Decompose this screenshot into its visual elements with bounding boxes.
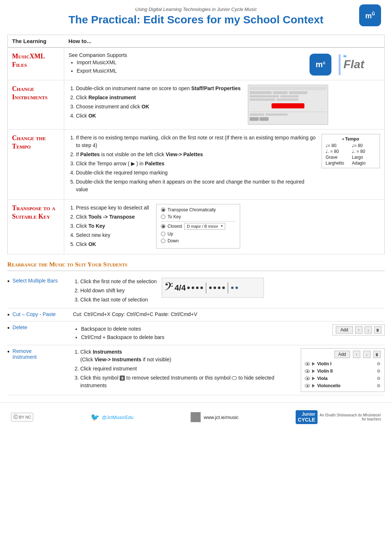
tempo-q80-1: ♩= 80 — [326, 143, 350, 148]
barline2 — [228, 282, 228, 293]
musescore-logo-icon: mû — [310, 54, 331, 76]
change-tempo-row: Change theTempo If there is no existing … — [8, 130, 385, 200]
add-panel-button[interactable]: Add — [334, 351, 350, 358]
instrument-screenshot — [248, 85, 328, 125]
select-multiple-steps: Click the first note of the selection Ho… — [73, 278, 157, 305]
note6 — [214, 286, 216, 289]
eye-icon-violoncello[interactable] — [305, 384, 310, 388]
change-instruments-label: ChangeInstruments — [12, 85, 47, 101]
note7 — [218, 286, 220, 289]
remove-instrument-label-text: RemoveInstrument — [12, 348, 36, 360]
tempo-panel: • Tempo ♩= 80 ♩= 80 ♩. = 80 ♩. = 80 Grav… — [322, 134, 380, 168]
ri-step2: Click required instrument — [80, 365, 301, 373]
add-button[interactable]: Add — [336, 326, 353, 334]
cut-copy-paste-content: Cut: Ctrl/Cmd+X Copy: Ctrl/Cmd+C Paste: … — [73, 311, 385, 318]
main-content-table: The Learning How to... MusicXMLFiles See… — [7, 35, 385, 254]
select-multiple-label-text: Select Multiple Bars — [12, 278, 58, 284]
ci-step4: Click OK — [76, 112, 241, 120]
instrument-row-violin2: Violin II ⚙ — [305, 368, 381, 375]
bullet-dot-select: • — [7, 278, 9, 285]
footer-left: Ⓒ BY NC — [11, 413, 33, 422]
note-dots-row — [187, 282, 238, 293]
rearrange-title: Rearrange the Music to Suit Your Student… — [7, 261, 385, 271]
header-subtitle: Using Digital Learning Technologies in J… — [7, 7, 385, 12]
jc-sub1: An tSraith Shóisearach do Mhúinteoirí — [320, 413, 381, 417]
down-arrow-button[interactable]: ↓ — [365, 326, 372, 334]
transpose-down-radio[interactable] — [161, 239, 165, 243]
gear-viola[interactable]: ⚙ — [377, 376, 381, 381]
play-viola[interactable] — [312, 377, 315, 380]
twitter-icon: 🐦 — [91, 413, 100, 422]
musicxml-logos: mû Flat — [310, 54, 380, 76]
jc-for-teachers: An tSraith Shóisearach do Mhúinteoirí fo… — [320, 413, 381, 421]
transpose-tokey-radio[interactable] — [161, 215, 165, 219]
delete-label-text: Delete — [12, 324, 27, 330]
gear-violin2[interactable]: ⚙ — [377, 369, 381, 374]
panel-trash-btn[interactable]: 🗑 — [373, 351, 381, 358]
bass-clef-symbol: 𝄢 — [164, 281, 173, 295]
transpose-step1: Press escape key to deselect all — [76, 204, 149, 212]
rearrange-section: Rearrange the Music to Suit Your Student… — [7, 261, 385, 395]
note3 — [196, 286, 199, 289]
transpose-chromatic-radio[interactable] — [161, 208, 165, 212]
footer: Ⓒ BY NC 🐦 @JctMusicEdu www.jct.ie/music … — [0, 403, 392, 429]
tempo-qd80-1: ♩. = 80 — [326, 149, 350, 154]
tempo-step3: Click the Tempo arrow ( ▶ ) in Palettes — [76, 160, 316, 168]
instrument-row-viola: Viola ⚙ — [305, 375, 381, 382]
remove-instrument-content: Click Instruments(Click View-> Instrumen… — [73, 348, 385, 392]
panel-down-btn[interactable]: ↓ — [363, 351, 370, 358]
cut-copy-paste-label-text: Cut – Copy - Paste — [12, 311, 55, 317]
sm-step3: Click the last note of selection — [80, 296, 157, 304]
transpose-step4: Select new key — [76, 231, 149, 239]
note8 — [222, 286, 225, 289]
jc-logo-cycle: CYCLE — [298, 417, 315, 423]
transpose-down-option: Down — [161, 238, 235, 243]
import-musicxml-item: Import MusicXML — [77, 59, 310, 66]
eye-icon-viola[interactable] — [305, 377, 310, 380]
play-violin2[interactable] — [312, 369, 315, 373]
gear-violoncello[interactable]: ⚙ — [377, 383, 381, 388]
musicxml-content: See Companion Supports Import MusicXML E… — [69, 52, 380, 76]
bullet-dot-cut: • — [7, 312, 9, 318]
transpose-chromatic-label: Transpose Chromatically — [168, 207, 216, 212]
select-multiple-list: Click the first note of the selection Ho… — [73, 278, 157, 304]
up-arrow-button[interactable]: ↑ — [355, 326, 362, 334]
bullet-dot-delete: • — [7, 325, 9, 331]
jc-logo-junior: Junior — [298, 412, 315, 417]
note2 — [192, 286, 194, 289]
trash-symbol-inline: 🗑 — [120, 376, 125, 381]
footer-website: www.jct.ie/music — [191, 412, 238, 422]
musicxml-row: MusicXMLFiles See Companion Supports Imp… — [8, 47, 385, 80]
gear-violin1[interactable]: ⚙ — [377, 361, 381, 366]
col-learning-header: The Learning — [8, 35, 64, 48]
note5 — [209, 286, 212, 289]
transpose-label: Transpose to aSuitable Key — [12, 204, 55, 220]
cc-by-nc: BY NC — [19, 415, 31, 419]
ci-step3: Choose instrument and click OK — [76, 103, 241, 111]
musicxml-text-block: See Companion Supports Import MusicXML E… — [69, 52, 310, 76]
trash-button[interactable]: 🗑 — [374, 326, 381, 334]
tempo-step1: If there is no existing tempo marking, c… — [76, 134, 316, 149]
transpose-tokey-option: To Key — [161, 214, 235, 219]
transpose-closest-radio[interactable] — [161, 224, 165, 228]
tempo-qd80-2: ♩. = 80 — [352, 149, 376, 154]
remove-instrument-row: • RemoveInstrument Click Instruments(Cli… — [7, 345, 385, 395]
transpose-up-radio[interactable] — [161, 232, 165, 236]
tempo-q80-2: ♩= 80 — [352, 143, 376, 148]
transpose-steps: Press escape key to deselect all Click T… — [69, 204, 149, 250]
transpose-key-dropdown[interactable]: D major / B minor — [184, 223, 225, 230]
eye-icon-violin2[interactable] — [305, 369, 310, 373]
ci-step1: Double-click on instrument name on score… — [76, 85, 241, 92]
cut-copy-paste-label-cell: • Cut – Copy - Paste — [7, 311, 73, 318]
change-tempo-label: Change theTempo — [12, 134, 46, 150]
play-violoncello[interactable] — [312, 384, 315, 388]
panel-up-btn[interactable]: ↑ — [353, 351, 360, 358]
transpose-step5: Click OK — [76, 241, 149, 248]
delete-bullet: • Delete — [7, 324, 69, 331]
delete-panel-area: Add ↑ ↓ 🗑 — [333, 324, 385, 335]
play-violin1[interactable] — [312, 362, 315, 366]
eye-icon-violin1[interactable] — [305, 362, 310, 366]
delete-step2: Ctrl/Cmd + Backspace to delete bars — [81, 334, 164, 341]
cut-copy-paste-text: Cut: Ctrl/Cmd+X Copy: Ctrl/Cmd+C Paste: … — [73, 311, 197, 317]
jc-logo-box: Junior CYCLE — [296, 410, 317, 424]
